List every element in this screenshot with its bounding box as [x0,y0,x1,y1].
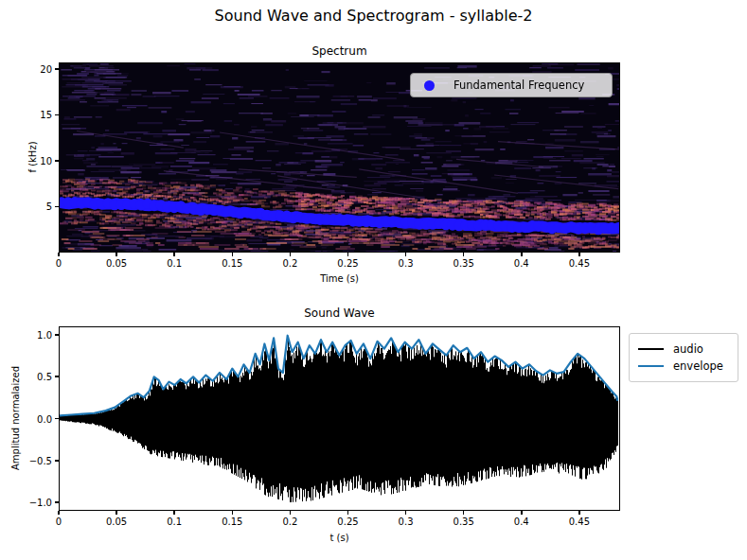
x-tick-mark [173,253,175,256]
y-tick-label: 0.0 [20,413,52,424]
x-tick-mark [405,511,407,515]
y-tick-label: 15 [20,110,52,120]
spectrum-title: Spectrum [59,44,620,58]
waveform-plot [60,327,618,509]
x-tick-label: 0.05 [106,258,127,269]
x-tick-mark [173,511,175,515]
x-tick-mark [463,511,465,515]
x-tick-label: 0.15 [222,516,242,527]
figure: Sound Wave and Spectrogram - syllable-2 … [0,0,747,560]
x-tick-label: 0.25 [337,258,358,269]
y-tick-label: −0.5 [20,455,52,465]
x-tick-mark [58,511,60,515]
x-tick-label: 0.45 [569,258,590,269]
x-tick-label: 0.1 [167,258,182,269]
x-tick-mark [232,511,234,515]
y-tick-label: 5 [20,201,52,212]
y-tick-mark [55,334,59,336]
x-tick-label: 0.2 [282,258,297,269]
y-tick-mark [55,501,59,503]
x-tick-label: 0.2 [282,516,297,527]
x-tick-label: 0.35 [454,516,474,527]
x-tick-label: 0 [56,258,62,269]
x-tick-mark [116,253,117,256]
envelope-line-swatch-icon [638,365,664,367]
x-tick-mark [521,511,523,515]
fundamental-frequency-marker-icon [424,80,435,91]
x-tick-label: 0.3 [399,258,414,269]
y-tick-mark [55,376,59,377]
y-tick-label: −1.0 [20,498,52,508]
wave-ylabel: Amplitud normalaized [10,366,21,470]
x-tick-mark [521,253,523,256]
legend-row-envelope: envelope [638,358,729,375]
legend-row-audio: audio [638,341,729,358]
y-tick-mark [55,206,59,208]
x-tick-mark [405,253,407,256]
audio-line-swatch-icon [638,348,664,350]
wave-axes [59,326,620,511]
x-tick-label: 0.25 [337,516,358,527]
wave-legend: audio envelope [629,333,738,382]
x-tick-mark [578,253,580,256]
x-tick-label: 0.45 [569,516,590,527]
wave-xlabel: t (s) [59,533,620,543]
x-tick-mark [232,253,234,256]
y-tick-label: 10 [20,155,52,166]
x-tick-label: 0.1 [167,516,182,527]
spectrum-axes: Fundamental Frequency [59,62,620,253]
y-tick-mark [55,460,59,462]
x-tick-label: 0 [56,516,62,527]
x-tick-label: 0.35 [454,258,474,269]
x-tick-label: 0.4 [514,258,529,269]
y-tick-mark [55,68,59,70]
x-tick-label: 0.15 [222,258,242,269]
y-tick-mark [55,114,59,116]
x-tick-label: 0.3 [399,516,414,527]
y-tick-mark [55,418,59,420]
spectrum-legend: Fundamental Frequency [410,73,613,97]
legend-label-fundamental-frequency: Fundamental Frequency [454,79,584,92]
x-tick-label: 0.05 [106,516,127,527]
legend-label-audio: audio [673,342,703,356]
wave-title: Sound Wave [59,306,620,320]
x-tick-mark [578,511,580,515]
y-tick-label: 20 [20,63,52,74]
y-tick-label: 1.0 [20,329,52,340]
y-tick-mark [55,160,59,162]
x-tick-label: 0.4 [514,516,529,527]
x-tick-mark [116,511,117,515]
spectrum-xlabel: Time (s) [59,273,620,284]
x-tick-mark [58,253,60,256]
x-tick-mark [347,511,349,515]
x-tick-mark [290,253,292,256]
x-tick-mark [347,253,349,256]
x-tick-mark [463,253,465,256]
y-tick-label: 0.5 [20,372,52,382]
x-tick-mark [290,511,292,515]
figure-title: Sound Wave and Spectrogram - syllable-2 [0,7,747,25]
legend-label-envelope: envelope [673,359,723,373]
